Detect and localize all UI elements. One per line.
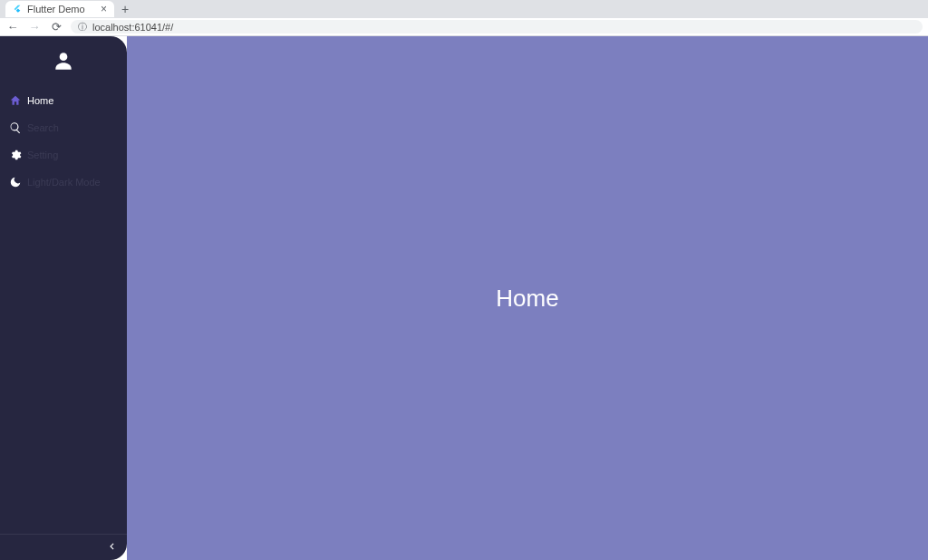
site-info-icon[interactable]: ⓘ — [78, 21, 87, 34]
forward-button[interactable]: → — [27, 20, 42, 34]
chevron-left-icon — [105, 540, 118, 553]
sidebar-item-home[interactable]: Home — [0, 87, 127, 114]
reload-button[interactable]: ⟳ — [49, 20, 63, 34]
page-title: Home — [496, 285, 558, 313]
tab-strip: Flutter Demo × + — [0, 0, 928, 18]
main-content: Home — [127, 36, 928, 560]
sidebar-item-theme-toggle[interactable]: Light/Dark Mode — [0, 169, 127, 196]
home-icon — [9, 94, 22, 107]
url-text: localhost:61041/#/ — [92, 22, 173, 33]
browser-toolbar: ← → ⟳ ⓘ localhost:61041/#/ — [0, 18, 928, 36]
sidebar: Home Search Setting — [0, 36, 127, 560]
sidebar-item-search[interactable]: Search — [0, 114, 127, 141]
new-tab-button[interactable]: + — [114, 2, 136, 16]
avatar-icon[interactable] — [52, 49, 75, 72]
moon-icon — [9, 176, 22, 188]
search-icon — [9, 121, 22, 134]
sidebar-main: Home Search Setting — [0, 36, 127, 534]
svg-point-0 — [60, 53, 68, 61]
sidebar-footer — [0, 535, 127, 560]
sidebar-item-label: Setting — [27, 150, 58, 160]
browser-chrome: Flutter Demo × + ← → ⟳ ⓘ localhost:61041… — [0, 0, 928, 36]
browser-tab[interactable]: Flutter Demo × — [5, 1, 114, 17]
sidebar-item-label: Light/Dark Mode — [27, 178, 101, 188]
sidebar-item-label: Home — [27, 96, 53, 106]
back-button[interactable]: ← — [5, 20, 20, 34]
tab-title: Flutter Demo — [27, 4, 85, 14]
sidebar-item-setting[interactable]: Setting — [0, 141, 127, 169]
sidebar-item-label: Search — [27, 123, 59, 133]
flutter-logo-icon — [13, 5, 22, 14]
nav-list: Home Search Setting — [0, 82, 127, 201]
app-frame: Home Search Setting — [0, 36, 928, 560]
url-bar[interactable]: ⓘ localhost:61041/#/ — [71, 20, 923, 34]
collapse-sidebar-button[interactable] — [105, 540, 118, 555]
avatar-wrap — [0, 36, 127, 82]
gear-icon — [9, 149, 22, 161]
tab-close-icon[interactable]: × — [101, 3, 107, 15]
